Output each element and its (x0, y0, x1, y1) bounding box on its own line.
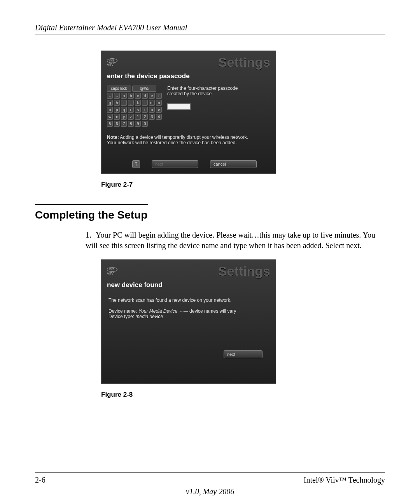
key-u[interactable]: u (149, 107, 155, 113)
instruction-line-2: created by the device. (167, 91, 238, 96)
key-6[interactable]: 6 (114, 121, 120, 127)
key-n[interactable]: n (156, 100, 162, 106)
symbols-key[interactable]: @#& (132, 86, 156, 92)
key-3[interactable]: 3 (149, 114, 155, 120)
step-text: Your PC will begin adding the device. Pl… (86, 231, 375, 250)
footer-version: v1.0, May 2006 (0, 487, 420, 496)
page-header: Digital Entertainer Model EVA700 User Ma… (35, 23, 385, 35)
key-v[interactable]: v (156, 107, 162, 113)
settings-heading-2: Settings (218, 264, 270, 279)
key-w[interactable]: w (107, 114, 113, 120)
key-7[interactable]: 7 (121, 121, 127, 127)
next-button[interactable]: next (224, 350, 262, 358)
note-block: Note: Adding a device will temporarily d… (102, 130, 276, 157)
help-button[interactable]: ? (132, 160, 140, 168)
key-8[interactable]: 8 (128, 121, 134, 127)
scan-result-text: The network scan has found a new device … (108, 298, 269, 303)
key-k[interactable]: k (135, 100, 141, 106)
section-heading: Completing the Setup (35, 204, 148, 221)
key-x[interactable]: x (114, 114, 120, 120)
next-button-disabled[interactable]: next (152, 160, 198, 168)
key-s[interactable]: s (135, 107, 141, 113)
screenshot-passcode: intel VIIV Settings enter the device pas… (101, 51, 276, 174)
intel-viiv-logo: intel VIIV (107, 58, 117, 67)
arrow-icon: ←— (177, 308, 189, 314)
key-d[interactable]: d (142, 93, 148, 99)
note-label: Note: (107, 135, 119, 140)
device-name-value: Your Media Device (138, 308, 178, 314)
key-z[interactable]: z (128, 114, 134, 120)
key-b[interactable]: b (128, 93, 134, 99)
page-footer: 2-6 Intel® Viiv™ Technology (35, 472, 385, 485)
key-2[interactable]: 2 (142, 114, 148, 120)
note-text-1: Adding a device will temporarily disrupt… (119, 135, 248, 140)
key-i[interactable]: i (121, 100, 127, 106)
figure-2-7-block: intel VIIV Settings enter the device pas… (101, 51, 385, 189)
device-name-label: Device name: (108, 308, 138, 314)
note-text-2: Your network will be restored once the d… (107, 140, 237, 145)
key-q[interactable]: q (121, 107, 127, 113)
key-4[interactable]: 4 (156, 114, 162, 120)
screenshot-subtitle: enter the device passcode (102, 71, 276, 83)
key-y[interactable]: y (121, 114, 127, 120)
key-m[interactable]: m (149, 100, 155, 106)
instruction-line-1: Enter the four-character passcode (167, 86, 238, 91)
key-t[interactable]: t (142, 107, 148, 113)
key-j[interactable]: j (128, 100, 134, 106)
key-5[interactable]: 5 (107, 121, 113, 127)
screenshot2-subtitle: new device found (102, 280, 276, 292)
viiv-logo-text-2: VIIV (107, 271, 114, 275)
screenshot2-titlebar: intel VIIV Settings (102, 260, 276, 280)
onscreen-keyboard: caps lock @#& ← → a b c d e f g h i (107, 86, 162, 127)
key-h[interactable]: h (114, 100, 120, 106)
key-c[interactable]: c (135, 93, 141, 99)
cancel-button[interactable]: cancel (210, 160, 257, 168)
key-e[interactable]: e (149, 93, 155, 99)
passcode-instruction-pane: Enter the four-character passcode create… (167, 86, 238, 127)
step-list: 1.Your PC will begin adding the device. … (86, 230, 381, 251)
figure-2-8-block: intel VIIV Settings new device found The… (101, 259, 385, 399)
key-f[interactable]: f (156, 93, 162, 99)
figure-2-7-caption: Figure 2-7 (101, 181, 133, 189)
key-o[interactable]: o (107, 107, 113, 113)
key-fwd[interactable]: → (114, 93, 120, 99)
key-a[interactable]: a (121, 93, 127, 99)
settings-heading: Settings (218, 55, 270, 70)
passcode-input[interactable] (167, 103, 191, 110)
device-name-row: Device name: Your Media Device ←— device… (108, 308, 269, 314)
device-type-label: Device type: (108, 314, 135, 319)
key-1[interactable]: 1 (135, 114, 141, 120)
viiv-logo-text: VIIV (107, 63, 114, 66)
key-p[interactable]: p (114, 107, 120, 113)
key-r[interactable]: r (128, 107, 134, 113)
key-back[interactable]: ← (107, 93, 113, 99)
intel-viiv-logo-2: intel VIIV (107, 267, 117, 276)
device-type-row: Device type: media device (108, 314, 269, 319)
key-9[interactable]: 9 (135, 121, 141, 127)
device-names-vary-note: device names will vary (189, 308, 236, 314)
caps-lock-key[interactable]: caps lock (107, 86, 131, 92)
device-type-value: media device (135, 314, 163, 319)
screenshot-new-device: intel VIIV Settings new device found The… (101, 259, 276, 384)
step-number: 1. (86, 230, 96, 240)
figure-2-8-caption: Figure 2-8 (101, 391, 133, 399)
page-number: 2-6 (35, 476, 46, 485)
key-g[interactable]: g (107, 100, 113, 106)
footer-tech: Intel® Viiv™ Technology (304, 476, 385, 485)
key-l[interactable]: l (142, 100, 148, 106)
screenshot2-body: The network scan has found a new device … (102, 292, 276, 331)
key-0[interactable]: 0 (142, 121, 148, 127)
screenshot-titlebar: intel VIIV Settings (102, 51, 276, 71)
